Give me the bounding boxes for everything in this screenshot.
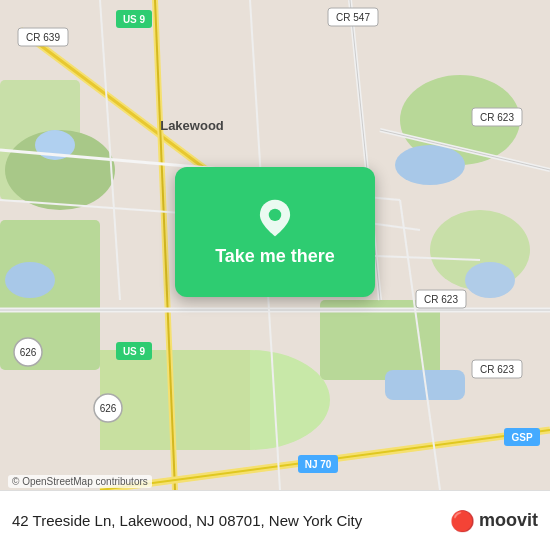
svg-text:US 9: US 9 bbox=[123, 346, 146, 357]
take-me-there-button[interactable]: Take me there bbox=[175, 167, 375, 297]
svg-text:626: 626 bbox=[100, 403, 117, 414]
svg-point-11 bbox=[465, 262, 515, 298]
bottom-bar: 42 Treeside Ln, Lakewood, NJ 08701, New … bbox=[0, 490, 550, 550]
svg-text:CR 623: CR 623 bbox=[424, 294, 458, 305]
svg-text:CR 639: CR 639 bbox=[26, 32, 60, 43]
take-me-there-label: Take me there bbox=[215, 246, 335, 267]
moovit-brand-text: moovit bbox=[479, 510, 538, 531]
svg-text:CR 547: CR 547 bbox=[336, 12, 370, 23]
svg-point-56 bbox=[269, 208, 281, 220]
svg-text:CR 623: CR 623 bbox=[480, 364, 514, 375]
moovit-logo: 🔴 moovit bbox=[450, 509, 538, 533]
moovit-icon: 🔴 bbox=[450, 509, 475, 533]
svg-text:626: 626 bbox=[20, 347, 37, 358]
map-container: CR 639 US 9 CR 547 CR 623 Lakewood 626 U… bbox=[0, 0, 550, 490]
svg-text:US 9: US 9 bbox=[123, 14, 146, 25]
svg-text:GSP: GSP bbox=[511, 432, 532, 443]
svg-point-8 bbox=[5, 262, 55, 298]
svg-text:NJ 70: NJ 70 bbox=[305, 459, 332, 470]
osm-attribution: © OpenStreetMap contributors bbox=[8, 475, 152, 488]
svg-point-10 bbox=[395, 145, 465, 185]
svg-text:Lakewood: Lakewood bbox=[160, 118, 224, 133]
location-pin-icon bbox=[255, 198, 295, 238]
svg-text:CR 623: CR 623 bbox=[480, 112, 514, 123]
address-text: 42 Treeside Ln, Lakewood, NJ 08701, New … bbox=[12, 512, 450, 529]
